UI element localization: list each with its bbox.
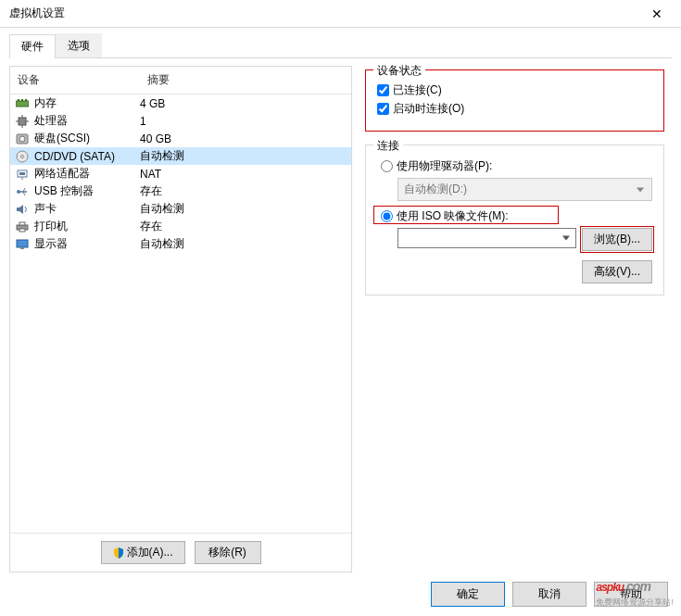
tab-hardware[interactable]: 硬件 (9, 34, 56, 58)
device-summary: 1 (140, 115, 347, 128)
device-summary: NAT (140, 168, 347, 181)
remove-button[interactable]: 移除(R) (195, 541, 261, 564)
svg-point-10 (19, 136, 25, 142)
svg-rect-14 (19, 172, 25, 175)
add-button-label: 添加(A)... (127, 545, 173, 560)
svg-rect-23 (17, 240, 28, 247)
titlebar: 虚拟机设置 ✕ (0, 0, 681, 28)
sound-icon (14, 204, 31, 215)
connected-checkbox[interactable] (377, 84, 389, 96)
device-name: 处理器 (34, 113, 140, 129)
device-name: CD/DVD (SATA) (34, 150, 140, 163)
device-name: 显示器 (34, 236, 140, 252)
cd-icon (14, 150, 31, 163)
watermark: aspku.com 免费网络资源分享站! (596, 572, 674, 609)
list-item[interactable]: 声卡自动检测 (10, 200, 351, 218)
advanced-button[interactable]: 高级(V)... (582, 260, 652, 283)
window-title: 虚拟机设置 (6, 6, 638, 21)
device-list-panel: 设备 摘要 内存4 GB处理器1硬盘(SCSI)40 GBCD/DVD (SAT… (9, 66, 352, 572)
list-item[interactable]: USB 控制器存在 (10, 182, 351, 200)
device-name: 打印机 (34, 219, 140, 234)
use-iso-label: 使用 ISO 映像文件(M): (397, 208, 509, 224)
connection-legend: 连接 (373, 138, 403, 154)
device-summary: 自动检测 (140, 236, 347, 252)
device-summary: 4 GB (140, 97, 347, 110)
connection-group: 连接 使用物理驱动器(P): 自动检测(D:) 使用 ISO 映像文件(M): … (365, 145, 664, 295)
list-item[interactable]: 内存4 GB (10, 94, 351, 112)
add-button[interactable]: 添加(A)... (101, 541, 185, 564)
svg-rect-1 (18, 99, 19, 101)
svg-rect-3 (25, 99, 27, 101)
memory-icon (14, 99, 31, 108)
device-summary: 40 GB (140, 132, 347, 145)
connect-at-power-label: 启动时连接(O) (393, 101, 464, 117)
shield-icon (113, 547, 124, 559)
list-item[interactable]: 网络适配器NAT (10, 165, 351, 182)
svg-rect-0 (16, 101, 29, 107)
use-physical-radio[interactable] (381, 160, 393, 172)
cancel-button[interactable]: 取消 (512, 582, 586, 607)
list-item[interactable]: 打印机存在 (10, 218, 351, 235)
device-list[interactable]: 内存4 GB处理器1硬盘(SCSI)40 GBCD/DVD (SATA)自动检测… (10, 94, 351, 533)
list-item[interactable]: 硬盘(SCSI)40 GB (10, 130, 351, 147)
list-item[interactable]: 显示器自动检测 (10, 235, 351, 253)
usb-icon (14, 186, 31, 197)
svg-point-12 (21, 155, 24, 157)
tab-options[interactable]: 选项 (56, 33, 102, 57)
device-list-header: 设备 摘要 (10, 67, 351, 94)
device-summary: 自动检测 (140, 148, 347, 164)
device-name: 网络适配器 (34, 166, 140, 182)
list-item[interactable]: CD/DVD (SATA)自动检测 (10, 147, 351, 165)
ok-button[interactable]: 确定 (431, 582, 505, 607)
svg-rect-22 (19, 229, 25, 232)
svg-rect-4 (19, 118, 26, 125)
use-iso-radio[interactable] (381, 210, 393, 222)
status-legend: 设备状态 (373, 63, 425, 79)
svg-rect-21 (19, 222, 25, 225)
dialog-footer: 确定 取消 帮助 (9, 572, 672, 607)
device-summary: 自动检测 (140, 201, 347, 217)
device-status-group: 设备状态 已连接(C) 启动时连接(O) (365, 69, 664, 132)
device-name: 内存 (34, 95, 140, 111)
list-item[interactable]: 处理器1 (10, 112, 351, 130)
device-name: USB 控制器 (34, 183, 140, 199)
device-summary: 存在 (140, 219, 347, 234)
disk-icon (14, 133, 31, 145)
close-button[interactable]: ✕ (638, 6, 675, 21)
svg-rect-2 (21, 99, 23, 101)
cpu-icon (14, 115, 31, 128)
browse-button[interactable]: 浏览(B)... (582, 228, 652, 251)
header-device: 设备 (10, 67, 140, 94)
device-summary: 存在 (140, 183, 347, 199)
use-physical-label: 使用物理驱动器(P): (397, 158, 492, 174)
connect-at-power-checkbox[interactable] (377, 103, 389, 115)
connected-label: 已连接(C) (393, 82, 442, 98)
iso-path-combo[interactable] (397, 228, 576, 248)
header-summary: 摘要 (140, 67, 351, 94)
device-name: 声卡 (34, 201, 140, 217)
tabs: 硬件 选项 (9, 33, 672, 58)
device-name: 硬盘(SCSI) (34, 131, 140, 146)
svg-rect-24 (20, 247, 24, 249)
net-icon (14, 169, 31, 180)
display-icon (14, 239, 31, 250)
settings-panel: 设备状态 已连接(C) 启动时连接(O) 连接 使用物理驱动器(P): 自动检测… (361, 66, 672, 572)
printer-icon (14, 221, 31, 233)
physical-drive-select: 自动检测(D:) (397, 178, 652, 201)
